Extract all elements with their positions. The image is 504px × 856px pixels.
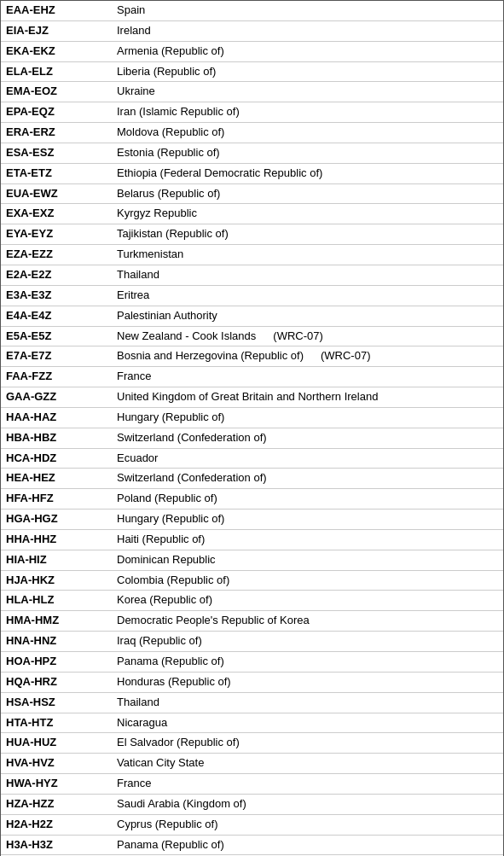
table-row: E5A-E5ZNew Zealand - Cook Islands(WRC-07… [1, 326, 503, 346]
country-name: El Salvador (Republic of) [112, 733, 503, 754]
callsign-code: EPA-EQZ [1, 102, 112, 123]
country-name: Switzerland (Confederation of) [112, 469, 503, 489]
table-row: HMA-HMZDemocratic People's Republic of K… [1, 611, 503, 632]
table-row: GAA-GZZUnited Kingdom of Great Britain a… [1, 387, 503, 408]
country-name: Iran (Islamic Republic of) [112, 102, 503, 123]
country-name: Kyrgyz Republic [112, 204, 503, 224]
callsign-code: HIA-HIZ [1, 550, 112, 570]
callsign-code: EKA-EKZ [1, 41, 112, 61]
table-row: HFA-HFZPoland (Republic of) [1, 489, 503, 510]
callsign-code: HAA-HAZ [1, 407, 112, 428]
callsign-code: H2A-H2Z [1, 814, 112, 835]
callsign-code: EXA-EXZ [1, 204, 112, 224]
country-name: Nicaragua [112, 713, 503, 733]
callsign-code: E5A-E5Z [1, 326, 112, 346]
callsign-code: ESA-ESZ [1, 143, 112, 163]
callsign-code: HLA-HLZ [1, 591, 112, 611]
country-name: France [112, 367, 503, 387]
table-row: E3A-E3ZEritrea [1, 285, 503, 306]
callsign-code: EMA-EOZ [1, 82, 112, 102]
table-row: HCA-HDZEcuador [1, 448, 503, 469]
table-row: EPA-EQZIran (Islamic Republic of) [1, 102, 503, 123]
callsign-code: HCA-HDZ [1, 448, 112, 469]
table-row: HLA-HLZKorea (Republic of) [1, 591, 503, 611]
callsign-code: ELA-ELZ [1, 61, 112, 82]
country-name: Palestinian Authority [112, 306, 503, 326]
country-name: Korea (Republic of) [112, 591, 503, 611]
country-name: Belarus (Republic of) [112, 183, 503, 204]
callsign-code: GAA-GZZ [1, 387, 112, 408]
country-name: Saudi Arabia (Kingdom of) [112, 794, 503, 814]
callsign-code: EAA-EHZ [1, 1, 112, 20]
callsign-code: FAA-FZZ [1, 367, 112, 387]
table-row: H3A-H3ZPanama (Republic of) [1, 835, 503, 855]
callsign-code: HQA-HRZ [1, 672, 112, 692]
table-row: HWA-HYZFrance [1, 774, 503, 795]
country-name: Bosnia and Herzegovina (Republic of)(WRC… [112, 346, 503, 367]
callsign-code: EUA-EWZ [1, 183, 112, 204]
table-row: E4A-E4ZPalestinian Authority [1, 306, 503, 326]
table-row: HNA-HNZIraq (Republic of) [1, 632, 503, 652]
table-row: ETA-ETZEthiopia (Federal Democratic Repu… [1, 163, 503, 183]
table-row: HEA-HEZSwitzerland (Confederation of) [1, 469, 503, 489]
table-row: ELA-ELZLiberia (Republic of) [1, 61, 503, 82]
table-row: EUA-EWZBelarus (Republic of) [1, 183, 503, 204]
table-row: HAA-HAZHungary (Republic of) [1, 407, 503, 428]
country-name: Liberia (Republic of) [112, 61, 503, 82]
country-name: Turkmenistan [112, 245, 503, 265]
callsign-code: HMA-HMZ [1, 611, 112, 632]
country-name: Cyprus (Republic of) [112, 814, 503, 835]
table-row: EKA-EKZArmenia (Republic of) [1, 41, 503, 61]
country-name: Tajikistan (Republic of) [112, 224, 503, 245]
country-name: Thailand [112, 692, 503, 713]
table-row: EAA-EHZSpain [1, 1, 503, 20]
country-name: New Zealand - Cook Islands(WRC-07) [112, 326, 503, 346]
table-row: H2A-H2ZCyprus (Republic of) [1, 814, 503, 835]
callsign-code: HSA-HSZ [1, 692, 112, 713]
callsign-code: EIA-EJZ [1, 20, 112, 41]
table-row: ESA-ESZEstonia (Republic of) [1, 143, 503, 163]
callsign-code: HHA-HHZ [1, 529, 112, 550]
table-row: HOA-HPZPanama (Republic of) [1, 652, 503, 673]
table-row: E2A-E2ZThailand [1, 265, 503, 285]
country-name: Ukraine [112, 82, 503, 102]
wrc-note: (WRC-07) [273, 329, 323, 342]
country-name: Eritrea [112, 285, 503, 306]
callsign-code: HFA-HFZ [1, 489, 112, 510]
callsign-code: E7A-E7Z [1, 346, 112, 367]
country-name: Democratic People's Republic of Korea [112, 611, 503, 632]
country-name: Ireland [112, 20, 503, 41]
callsign-code: HGA-HGZ [1, 510, 112, 530]
country-name: Poland (Republic of) [112, 489, 503, 510]
country-text: New Zealand - Cook Islands [117, 329, 256, 342]
wrc-note: (WRC-07) [321, 349, 371, 362]
country-name: Armenia (Republic of) [112, 41, 503, 61]
table-row: EZA-EZZTurkmenistan [1, 245, 503, 265]
table-row: HHA-HHZHaiti (Republic of) [1, 529, 503, 550]
callsign-code: HTA-HTZ [1, 713, 112, 733]
callsign-code: HWA-HYZ [1, 774, 112, 795]
callsign-code: HNA-HNZ [1, 632, 112, 652]
table-row: FAA-FZZFrance [1, 367, 503, 387]
country-name: Moldova (Republic of) [112, 123, 503, 143]
callsign-code: HZA-HZZ [1, 794, 112, 814]
table-row: HIA-HIZDominican Republic [1, 550, 503, 570]
country-name: United Kingdom of Great Britain and Nort… [112, 387, 503, 408]
callsign-code: ERA-ERZ [1, 123, 112, 143]
table-row: HJA-HKZColombia (Republic of) [1, 570, 503, 591]
table-row: EIA-EJZIreland [1, 20, 503, 41]
table-row: HVA-HVZVatican City State [1, 754, 503, 774]
country-name: Haiti (Republic of) [112, 529, 503, 550]
callsign-code: HBA-HBZ [1, 428, 112, 448]
country-name: Hungary (Republic of) [112, 510, 503, 530]
callsign-code: ETA-ETZ [1, 163, 112, 183]
table-row: EMA-EOZUkraine [1, 82, 503, 102]
country-name: Ecuador [112, 448, 503, 469]
table-row: HTA-HTZNicaragua [1, 713, 503, 733]
table-row: E7A-E7ZBosnia and Herzegovina (Republic … [1, 346, 503, 367]
callsign-code: EYA-EYZ [1, 224, 112, 245]
country-name: Estonia (Republic of) [112, 143, 503, 163]
table-row: HQA-HRZHonduras (Republic of) [1, 672, 503, 692]
country-name: Panama (Republic of) [112, 835, 503, 855]
table-row: HBA-HBZSwitzerland (Confederation of) [1, 428, 503, 448]
